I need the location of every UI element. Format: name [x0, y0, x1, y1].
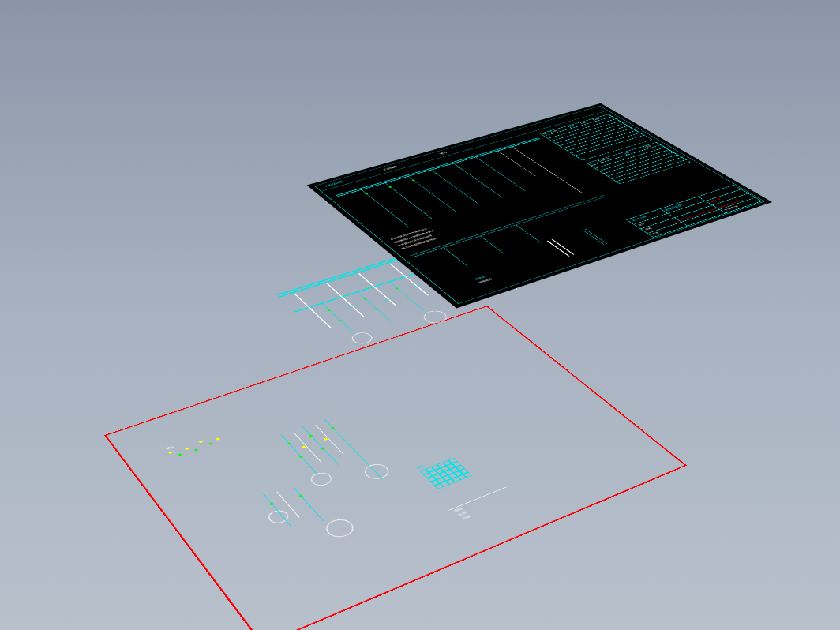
lower-feeder-3: [516, 225, 542, 243]
f-circle-1: [307, 471, 335, 488]
tb-drawn-label: 设计: [637, 223, 646, 227]
main-bus-2: [337, 138, 541, 197]
panel-line-1: [582, 230, 605, 245]
ymark-1: [168, 451, 173, 454]
white-riser-1: [497, 151, 536, 177]
header-divider: [321, 111, 608, 192]
ymark-3: [199, 441, 204, 444]
f-stem-1: [280, 434, 317, 474]
legend-grid: [419, 458, 472, 489]
f-circle-2: [360, 461, 392, 482]
grid-cell: [463, 472, 472, 478]
lower-feeder-1: [444, 247, 469, 266]
cad-viewport[interactable]: 工程设计图 工程编号 图号 回路: [0, 0, 840, 630]
fnode-3: [208, 442, 213, 445]
f-tb-date: 日期: [461, 515, 471, 521]
sheet-border-top: [314, 106, 600, 186]
feeder-6: [475, 156, 526, 190]
fnode-2: [194, 448, 199, 452]
mid-circle-1: [348, 331, 376, 346]
mid-divider-2: [412, 197, 607, 258]
ymark-5: [302, 446, 306, 449]
f-white-3: [276, 491, 300, 517]
tb-checked-label: 审核: [644, 227, 653, 231]
ymark-6: [324, 437, 328, 440]
tb-approved-label: 批准: [651, 231, 660, 235]
fnode-10: [298, 494, 303, 497]
mid-cyan-2: [357, 291, 392, 322]
f-stem-5: [294, 488, 324, 522]
f-tb-line: [448, 486, 507, 510]
tb-row-3: [647, 197, 756, 234]
mid-circle-2: [419, 309, 451, 325]
f-circle-3: [321, 516, 358, 541]
feeder-4: [430, 170, 479, 205]
f-stem-2: [302, 426, 339, 465]
f-white-2: [315, 425, 344, 455]
fnode-1: [178, 453, 182, 456]
f-label-1: AP1: [165, 445, 174, 450]
panel-line-2: [585, 228, 608, 243]
title-block: 设计院名称 配电系统图 设计 审核 批准 E-01-02 共 张 第 张: [626, 185, 762, 238]
mid-cyan-3: [388, 281, 424, 311]
isometric-scene: 工程设计图 工程编号 图号 回路: [0, 153, 840, 630]
ymark-4: [216, 437, 221, 440]
f-white-1: [294, 433, 322, 463]
mid-divider-1: [410, 195, 605, 256]
grid-cell: [459, 468, 469, 474]
feeder-5: [453, 163, 503, 197]
fnode-6: [331, 427, 336, 429]
ymark-2: [185, 448, 189, 451]
grid-cell: [430, 480, 440, 486]
lower-feeder-2: [480, 236, 505, 255]
